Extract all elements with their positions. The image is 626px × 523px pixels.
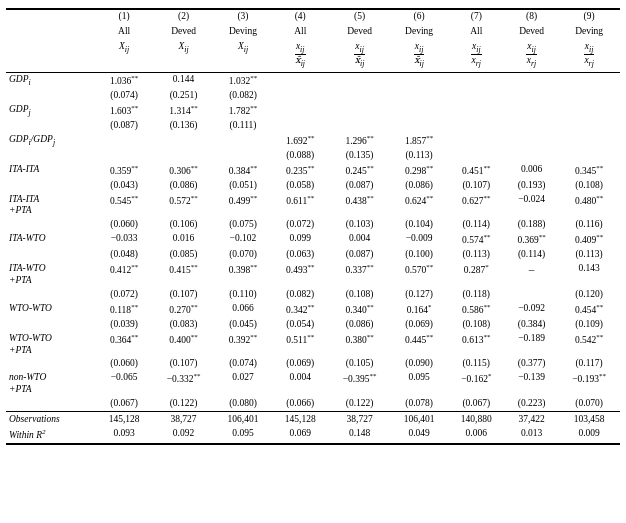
observations-row: Observations 145,128 38,727 106,401 145,… [6, 411, 620, 426]
col1-var: Xij [96, 40, 153, 73]
gdpratio-c7 [448, 133, 505, 149]
gdpratio-label: GDPi/GDPj [6, 133, 96, 149]
obs-c6: 106,401 [390, 411, 447, 426]
col3-num: (3) [214, 9, 271, 25]
empty-header [6, 9, 96, 25]
col8-var: xij xrj [505, 40, 558, 73]
gdpi-c3: 1.032** [214, 72, 271, 89]
ita-wto-c8: 0.369** [505, 232, 558, 248]
gdpratio-se-c2 [153, 149, 215, 163]
ita-wto-c2: 0.016 [153, 232, 215, 248]
gdpi-se-label [6, 89, 96, 103]
ita-wto-pta-c4: 0.493** [272, 262, 329, 288]
ita-ita-c2: 0.306** [153, 163, 215, 179]
wto-wto-pta-label: WTO-WTO+PTA [6, 332, 96, 358]
gdpratio-c2 [153, 133, 215, 149]
wto-wto-pta-se-label [6, 357, 96, 371]
gdpi-se-c1: (0.074) [96, 89, 153, 103]
col8-num: (8) [505, 9, 558, 25]
gdpratio-se-c6: (0.113) [390, 149, 447, 163]
empty-header3 [6, 40, 96, 73]
ita-ita-pta-label: ITA-ITA+PTA [6, 193, 96, 219]
wto-wto-se-c9: (0.109) [558, 318, 620, 332]
non-wto-pta-se-row: (0.067) (0.122) (0.080) (0.066) (0.122) … [6, 397, 620, 411]
gdpratio-se-c1 [96, 149, 153, 163]
ita-ita-pta-se-c6: (0.104) [390, 218, 447, 232]
col6-num: (6) [390, 9, 447, 25]
col9-num: (9) [558, 9, 620, 25]
regression-table: (1) (2) (3) (4) (5) (6) (7) (8) (9) All … [6, 8, 620, 445]
gdpj-c4 [272, 103, 329, 119]
gdpi-c8 [505, 72, 558, 89]
ita-ita-label: ITA-ITA [6, 163, 96, 179]
col6-cat: Deving [390, 25, 447, 40]
table-container: (1) (2) (3) (4) (5) (6) (7) (8) (9) All … [0, 0, 626, 453]
gdpi-se-c4 [272, 89, 329, 103]
wto-wto-se-c7: (0.108) [448, 318, 505, 332]
gdpi-c7 [448, 72, 505, 89]
gdpj-se-c6 [390, 119, 447, 133]
wto-wto-c1: 0.118** [96, 302, 153, 318]
ita-ita-se-c1: (0.043) [96, 179, 153, 193]
col1-cat: All [96, 25, 153, 40]
non-wto-pta-se-c3: (0.080) [214, 397, 271, 411]
wto-wto-pta-se-c7: (0.115) [448, 357, 505, 371]
gdpj-c7 [448, 103, 505, 119]
gdpratio-c4: 1.692** [272, 133, 329, 149]
ita-ita-pta-c3: 0.499** [214, 193, 271, 219]
col2-var: Xij [153, 40, 215, 73]
ita-ita-pta-se-c4: (0.072) [272, 218, 329, 232]
ita-ita-se-label [6, 179, 96, 193]
col7-var: xij xrj [448, 40, 505, 73]
ita-ita-c3: 0.384** [214, 163, 271, 179]
gdpratio-c9 [558, 133, 620, 149]
col3-var: Xij [214, 40, 271, 73]
obs-c9: 103,458 [558, 411, 620, 426]
wto-wto-c5: 0.340** [329, 302, 391, 318]
gdpratio-c6: 1.857** [390, 133, 447, 149]
ita-wto-c5: 0.004 [329, 232, 391, 248]
gdpratio-c3 [214, 133, 271, 149]
gdpi-se-row: (0.074) (0.251) (0.082) [6, 89, 620, 103]
wto-wto-pta-se-c1: (0.060) [96, 357, 153, 371]
wto-wto-c2: 0.270** [153, 302, 215, 318]
wto-wto-se-c4: (0.054) [272, 318, 329, 332]
gdpi-se-c3: (0.082) [214, 89, 271, 103]
ita-wto-se-c6: (0.100) [390, 248, 447, 262]
non-wto-pta-se-c6: (0.078) [390, 397, 447, 411]
gdpj-se-c9 [558, 119, 620, 133]
ita-wto-se-label [6, 248, 96, 262]
wto-wto-se-row: (0.039) (0.083) (0.045) (0.054) (0.086) … [6, 318, 620, 332]
r2-c4: 0.069 [272, 427, 329, 444]
wto-wto-se-c2: (0.083) [153, 318, 215, 332]
obs-c5: 38,727 [329, 411, 391, 426]
gdpj-label: GDPj [6, 103, 96, 119]
col4-num: (4) [272, 9, 329, 25]
ita-ita-se-c4: (0.058) [272, 179, 329, 193]
ita-ita-c6: 0.298** [390, 163, 447, 179]
non-wto-pta-se-label [6, 397, 96, 411]
wto-wto-pta-c7: 0.613** [448, 332, 505, 358]
gdpj-c3: 1.782** [214, 103, 271, 119]
ita-wto-pta-se-c7: (0.118) [448, 288, 505, 302]
non-wto-pta-se-c9: (0.070) [558, 397, 620, 411]
col5-var: xij x̄ij [329, 40, 391, 73]
gdpratio-se-row: (0.088) (0.135) (0.113) [6, 149, 620, 163]
r2-c5: 0.148 [329, 427, 391, 444]
ita-wto-pta-c9: 0.143 [558, 262, 620, 288]
ita-ita-c7: 0.451** [448, 163, 505, 179]
ita-ita-se-c9: (0.108) [558, 179, 620, 193]
wto-wto-pta-se-c8: (0.377) [505, 357, 558, 371]
ita-ita-pta-se-c9: (0.116) [558, 218, 620, 232]
gdpratio-se-c8 [505, 149, 558, 163]
gdpj-se-label [6, 119, 96, 133]
ita-wto-pta-c3: 0.398** [214, 262, 271, 288]
r2-c9: 0.009 [558, 427, 620, 444]
col-category-row: All Deved Deving All Deved Deving All De… [6, 25, 620, 40]
ita-wto-pta-c2: 0.415** [153, 262, 215, 288]
ita-ita-pta-c4: 0.611** [272, 193, 329, 219]
col-var-row: Xij Xij Xij xij x̄ij xij x̄ij [6, 40, 620, 73]
r2-c2: 0.092 [153, 427, 215, 444]
wto-wto-pta-se-c5: (0.105) [329, 357, 391, 371]
ita-ita-c9: 0.345** [558, 163, 620, 179]
